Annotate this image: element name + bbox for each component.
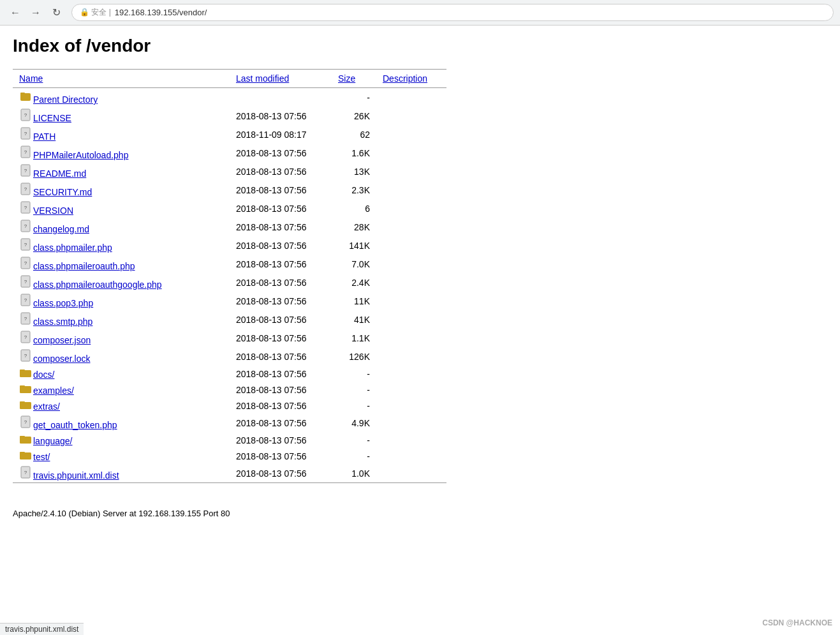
file-description [376, 125, 446, 144]
file-link[interactable]: test/ [33, 452, 50, 462]
file-size: 2.3K [332, 181, 376, 199]
file-icon: ? [19, 183, 32, 197]
sort-by-desc-link[interactable]: Description [383, 73, 427, 84]
table-row: ?class.pop3.php2018-08-13 07:5611K [13, 292, 446, 310]
file-link[interactable]: class.smtp.php [33, 317, 92, 327]
file-size: 6 [332, 199, 376, 218]
svg-text:?: ? [24, 419, 27, 425]
file-description [376, 310, 446, 329]
file-link[interactable]: get_oauth_token.php [33, 420, 117, 430]
file-description [376, 273, 446, 292]
file-description [376, 329, 446, 347]
file-description [376, 107, 446, 125]
file-link[interactable]: PATH [33, 131, 55, 142]
file-link[interactable]: language/ [33, 436, 73, 446]
col-header-modified: Last modified [230, 70, 332, 88]
file-link[interactable]: VERSION [33, 205, 73, 216]
file-modified: 2018-08-13 07:56 [230, 329, 332, 347]
file-description [376, 464, 446, 483]
svg-rect-1 [20, 93, 25, 94]
file-description [376, 382, 446, 398]
file-link[interactable]: extras/ [33, 401, 60, 412]
file-modified: 2018-08-13 07:56 [230, 448, 332, 464]
file-link[interactable]: composer.json [33, 335, 91, 345]
page-content: Index of /vendor Name Last modified Size… [0, 26, 510, 528]
svg-rect-31 [20, 370, 25, 371]
table-row: examples/2018-08-13 07:56- [13, 382, 446, 398]
file-link[interactable]: class.pop3.php [33, 298, 93, 308]
file-size: 1.0K [332, 464, 376, 483]
file-description [376, 255, 446, 273]
table-row: test/2018-08-13 07:56- [13, 448, 446, 464]
file-size: 28K [332, 218, 376, 236]
address-bar[interactable]: 🔒 安全 | 192.168.139.155/vendor/ [71, 4, 834, 21]
file-modified: 2018-08-13 07:56 [230, 162, 332, 181]
file-icon: ? [19, 257, 32, 271]
table-row: ?PATH2018-11-09 08:1762 [13, 125, 446, 144]
file-icon: ? [19, 108, 32, 123]
file-description [376, 432, 446, 448]
svg-text:?: ? [24, 149, 27, 155]
file-icon: ? [19, 466, 32, 481]
file-size: 7.0K [332, 255, 376, 273]
file-link[interactable]: examples/ [33, 385, 74, 396]
file-modified: 2018-08-13 07:56 [230, 292, 332, 310]
file-icon: ? [19, 127, 32, 142]
table-row: language/2018-08-13 07:56- [13, 432, 446, 448]
svg-text:?: ? [24, 353, 27, 359]
file-size: 141K [332, 236, 376, 255]
file-icon: ? [19, 146, 32, 160]
file-description [376, 144, 446, 162]
file-link[interactable]: class.phpmaileroauthgoogle.php [33, 280, 162, 290]
folder-icon [19, 450, 32, 462]
back-button[interactable]: ← [6, 4, 24, 22]
file-link[interactable]: PHPMailerAutoload.php [33, 150, 128, 160]
table-row: ?VERSION2018-08-13 07:566 [13, 199, 446, 218]
file-modified: 2018-08-13 07:56 [230, 464, 332, 483]
file-link[interactable]: composer.lock [33, 354, 90, 364]
svg-text:?: ? [24, 297, 27, 303]
file-link[interactable]: LICENSE [33, 113, 71, 123]
file-modified: 2018-08-13 07:56 [230, 347, 332, 366]
table-row: ?class.phpmaileroauthgoogle.php2018-08-1… [13, 273, 446, 292]
sort-by-name-link[interactable]: Name [19, 73, 43, 84]
svg-text:?: ? [24, 260, 27, 266]
sort-by-modified-link[interactable]: Last modified [236, 73, 289, 84]
file-link[interactable]: class.phpmailer.php [33, 243, 112, 253]
url-text: 192.168.139.155/vendor/ [115, 8, 207, 17]
file-icon: ? [19, 238, 32, 253]
file-icon: ? [19, 164, 32, 179]
svg-text:?: ? [24, 223, 27, 229]
sort-by-size-link[interactable]: Size [338, 73, 355, 84]
file-link[interactable]: docs/ [33, 370, 54, 380]
file-link[interactable]: SECURITY.md [33, 187, 92, 197]
file-modified: 2018-08-13 07:56 [230, 107, 332, 125]
file-link[interactable]: changelog.md [33, 224, 89, 234]
table-row: ?class.phpmailer.php2018-08-13 07:56141K [13, 236, 446, 255]
file-size: - [332, 366, 376, 382]
forward-button[interactable]: → [27, 4, 45, 22]
table-row: ?class.phpmaileroauth.php2018-08-13 07:5… [13, 255, 446, 273]
file-modified [230, 88, 332, 107]
file-icon: ? [19, 220, 32, 234]
file-link[interactable]: Parent Directory [33, 94, 98, 105]
file-link[interactable]: README.md [33, 168, 86, 179]
file-modified: 2018-08-13 07:56 [230, 398, 332, 414]
file-link[interactable]: class.phpmaileroauth.php [33, 261, 135, 271]
file-size: 1.1K [332, 329, 376, 347]
file-description [376, 448, 446, 464]
file-description [376, 162, 446, 181]
file-size: - [332, 88, 376, 107]
file-size: 1.6K [332, 144, 376, 162]
file-description [376, 398, 446, 414]
col-header-size: Size [332, 70, 376, 88]
file-modified: 2018-11-09 08:17 [230, 125, 332, 144]
parent-icon [19, 90, 32, 105]
table-row: ?composer.lock2018-08-13 07:56126K [13, 347, 446, 366]
file-size: 4.9K [332, 414, 376, 432]
reload-button[interactable]: ↻ [47, 4, 65, 22]
file-description [376, 414, 446, 432]
svg-text:?: ? [24, 112, 27, 118]
file-link[interactable]: travis.phpunit.xml.dist [33, 470, 119, 481]
file-description [376, 199, 446, 218]
